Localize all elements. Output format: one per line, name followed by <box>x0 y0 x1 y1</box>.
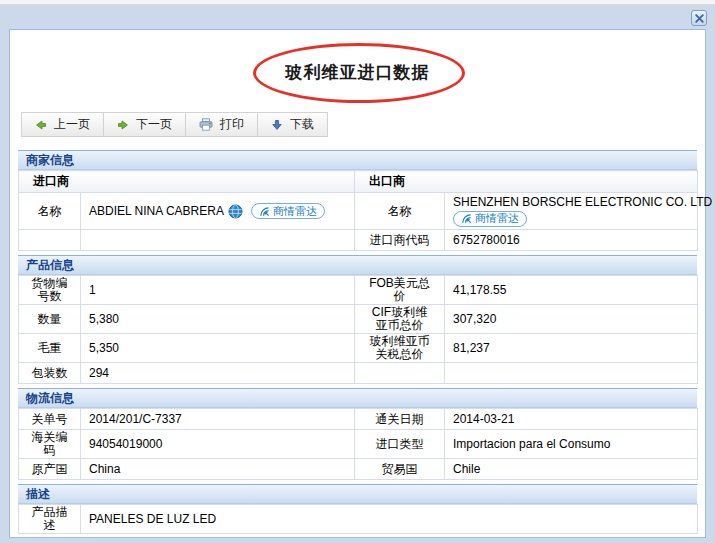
arrow-left-icon <box>35 119 47 131</box>
empty-cell <box>19 230 81 251</box>
merchant-table: 进口商 出口商 名称 ABDIEL NINA CABRERA <box>18 170 698 251</box>
description-table: 产品描述 PANELES DE LUZ LED <box>18 504 698 534</box>
description-label: 产品描述 <box>19 505 81 534</box>
merchant-section-header: 商家信息 <box>18 150 697 170</box>
section-merchant-info: 商家信息 进口商 出口商 名称 ABDIEL NINA CABRERA <box>18 150 697 251</box>
field-label: CIF玻利维亚币总价 <box>355 305 445 334</box>
table-row: 数量 5,380 CIF玻利维亚币总价 307,320 <box>19 305 698 334</box>
table-row: 包装数 294 <box>19 363 698 384</box>
logistics-section-header: 物流信息 <box>18 388 697 408</box>
section-logistics-info: 物流信息 关单号 2014/201/C-7337 通关日期 2014-03-21… <box>18 388 697 480</box>
product-section-header: 产品信息 <box>18 255 697 275</box>
empty-cell <box>81 230 355 251</box>
prev-page-button[interactable]: 上一页 <box>22 113 104 136</box>
logistics-table: 关单号 2014/201/C-7337 通关日期 2014-03-21 海关编码… <box>18 408 698 480</box>
table-row: 原产国 China 贸易国 Chile <box>19 459 698 480</box>
radar-badge[interactable]: 商情雷达 <box>453 211 527 227</box>
table-row: 关单号 2014/201/C-7337 通关日期 2014-03-21 <box>19 409 698 430</box>
field-label: 货物编号数 <box>19 276 81 305</box>
print-button[interactable]: 打印 <box>186 113 258 136</box>
importer-name-cell: ABDIEL NINA CABRERA <box>81 193 355 230</box>
field-value <box>445 363 698 384</box>
table-row: 海关编码 94054019000 进口类型 Importacion para e… <box>19 430 698 459</box>
field-value: 41,178.55 <box>445 276 698 305</box>
field-value: 2014/201/C-7337 <box>81 409 355 430</box>
table-row: 货物编号数 1 FOB美元总价 41,178.55 <box>19 276 698 305</box>
field-label: 贸易国 <box>355 459 445 480</box>
table-row: 毛重 5,350 玻利维亚币关税总价 81,237 <box>19 334 698 363</box>
field-label: 海关编码 <box>19 430 81 459</box>
field-value: 5,350 <box>81 334 355 363</box>
page-title: 玻利维亚进口数据 <box>286 63 430 82</box>
radar-icon <box>461 213 472 224</box>
close-button[interactable] <box>691 10 707 26</box>
field-value: 5,380 <box>81 305 355 334</box>
next-page-button[interactable]: 下一页 <box>104 113 186 136</box>
window-top-strip <box>0 0 715 5</box>
table-row: 进口商 出口商 <box>19 171 698 193</box>
importer-name: ABDIEL NINA CABRERA <box>89 205 224 218</box>
arrow-right-icon <box>117 119 129 131</box>
dialog-panel: 玻利维亚进口数据 上一页 下一页 打印 <box>9 29 706 538</box>
prev-page-label: 上一页 <box>54 116 90 133</box>
field-value: 2014-03-21 <box>445 409 698 430</box>
field-label: 原产国 <box>19 459 81 480</box>
radar-badge-label: 商情雷达 <box>273 205 317 218</box>
description-value: PANELES DE LUZ LED <box>81 505 698 534</box>
field-value: 1 <box>81 276 355 305</box>
section-description: 描述 产品描述 PANELES DE LUZ LED <box>18 484 697 534</box>
exporter-name-cell: SHENZHEN BORSCHE ELECTRONIC CO. LTD <box>445 193 698 230</box>
exporter-header-cell: 出口商 <box>355 171 698 193</box>
radar-badge[interactable]: 商情雷达 <box>251 203 325 219</box>
field-label: 进口类型 <box>355 430 445 459</box>
description-section-header: 描述 <box>18 484 697 504</box>
importer-code-label: 进口商代码 <box>355 230 445 251</box>
field-label: 关单号 <box>19 409 81 430</box>
printer-icon <box>199 118 213 131</box>
field-label: FOB美元总价 <box>355 276 445 305</box>
toolbar: 上一页 下一页 打印 下载 <box>21 112 328 137</box>
importer-name-label: 名称 <box>19 193 81 230</box>
field-label: 毛重 <box>19 334 81 363</box>
field-value: 307,320 <box>445 305 698 334</box>
arrow-down-icon <box>271 119 283 131</box>
exporter-name-label: 名称 <box>355 193 445 230</box>
download-label: 下载 <box>290 116 314 133</box>
importer-header-cell: 进口商 <box>19 171 355 193</box>
importer-code-value: 6752780016 <box>445 230 698 251</box>
field-label: 玻利维亚币关税总价 <box>355 334 445 363</box>
field-value: 94054019000 <box>81 430 355 459</box>
table-row: 进口商代码 6752780016 <box>19 230 698 251</box>
field-label: 通关日期 <box>355 409 445 430</box>
close-icon <box>695 14 704 23</box>
section-product-info: 产品信息 货物编号数 1 FOB美元总价 41,178.55 数量 5,380 … <box>18 255 697 384</box>
field-value: 294 <box>81 363 355 384</box>
field-value: 81,237 <box>445 334 698 363</box>
globe-icon[interactable] <box>228 204 243 219</box>
table-row: 产品描述 PANELES DE LUZ LED <box>19 505 698 534</box>
field-label: 包装数 <box>19 363 81 384</box>
next-page-label: 下一页 <box>136 116 172 133</box>
table-row: 名称 ABDIEL NINA CABRERA <box>19 193 698 230</box>
field-label <box>355 363 445 384</box>
radar-badge-label: 商情雷达 <box>475 212 519 225</box>
print-label: 打印 <box>220 116 244 133</box>
field-label: 数量 <box>19 305 81 334</box>
field-value: Importacion para el Consumo <box>445 430 698 459</box>
field-value: Chile <box>445 459 698 480</box>
radar-icon <box>259 206 270 217</box>
field-value: China <box>81 459 355 480</box>
product-table: 货物编号数 1 FOB美元总价 41,178.55 数量 5,380 CIF玻利… <box>18 275 698 384</box>
exporter-name: SHENZHEN BORSCHE ELECTRONIC CO. LTD <box>453 196 712 209</box>
download-button[interactable]: 下载 <box>258 113 327 136</box>
